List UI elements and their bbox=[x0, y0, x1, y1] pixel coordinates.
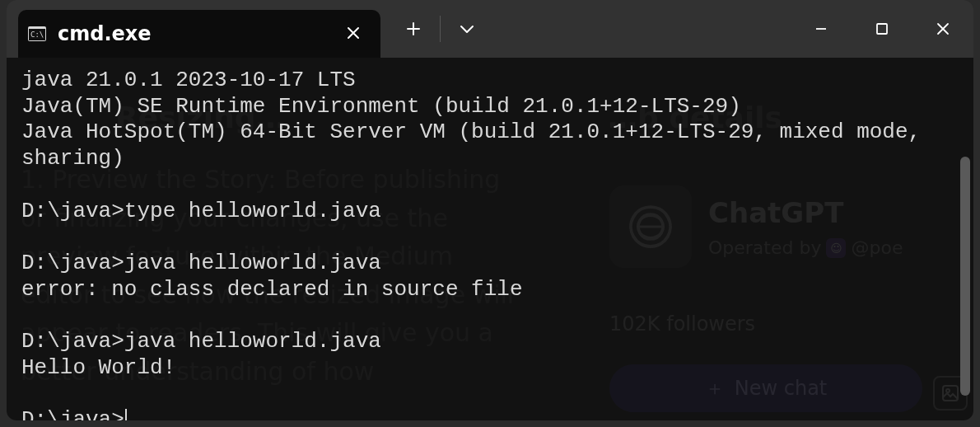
close-icon bbox=[936, 21, 950, 36]
minimize-button[interactable] bbox=[791, 8, 852, 49]
terminal-window: C:\ cmd.exe bbox=[7, 0, 973, 420]
terminal-body[interactable]: java 21.0.1 2023-10-17 LTS Java(TM) SE R… bbox=[7, 58, 973, 420]
cursor bbox=[125, 409, 127, 420]
svg-rect-5 bbox=[877, 24, 887, 34]
tab-cmd[interactable]: C:\ cmd.exe bbox=[18, 10, 380, 58]
maximize-icon bbox=[875, 22, 889, 35]
divider bbox=[440, 16, 441, 42]
maximize-button[interactable] bbox=[852, 8, 912, 49]
titlebar: C:\ cmd.exe bbox=[7, 0, 973, 58]
plus-icon bbox=[406, 21, 421, 36]
close-window-button[interactable] bbox=[912, 8, 973, 49]
tab-close-button[interactable] bbox=[339, 21, 367, 48]
new-tab-button[interactable] bbox=[390, 8, 436, 49]
terminal-output: java 21.0.1 2023-10-17 LTS Java(TM) SE R… bbox=[21, 68, 959, 420]
cmd-icon: C:\ bbox=[28, 25, 46, 43]
tab-dropdown-button[interactable] bbox=[444, 8, 490, 49]
scrollbar-thumb[interactable] bbox=[960, 157, 970, 396]
close-icon bbox=[346, 26, 361, 40]
minimize-icon bbox=[814, 22, 828, 35]
chevron-down-icon bbox=[460, 24, 474, 34]
svg-text:C:\: C:\ bbox=[30, 30, 44, 39]
tab-title: cmd.exe bbox=[58, 22, 328, 45]
